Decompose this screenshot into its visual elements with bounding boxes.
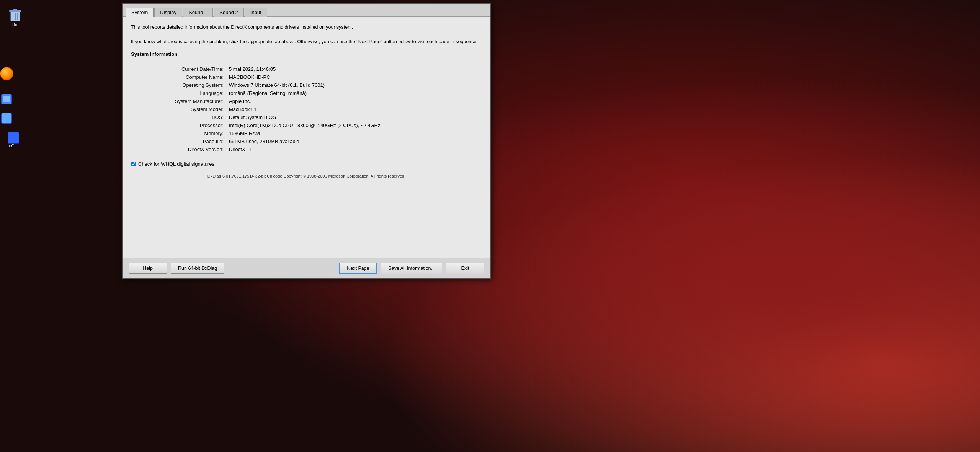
save-all-button[interactable]: Save All Information... bbox=[381, 263, 442, 274]
info-row-8: Memory:1536MB RAM bbox=[142, 129, 490, 137]
info-label-10: DirectX Version: bbox=[142, 145, 227, 153]
tab-display[interactable]: Display bbox=[154, 8, 182, 17]
button-group-left: Help Run 64-bit DxDiag bbox=[129, 263, 224, 274]
info-value-7: Intel(R) Core(TM)2 Duo CPU T8300 @ 2.40G… bbox=[227, 121, 490, 129]
system-info-table: Current Date/Time:5 mai 2022, 11:46:05Co… bbox=[142, 65, 490, 153]
info-value-4: Apple Inc. bbox=[227, 97, 490, 105]
intro-line2: If you know what area is causing the pro… bbox=[131, 38, 482, 46]
info-label-0: Current Date/Time: bbox=[142, 65, 227, 73]
orange-icon bbox=[0, 67, 13, 90]
recycle-bin-label: Bin bbox=[12, 22, 18, 27]
dxdiag-window: System Display Sound 1 Sound 2 Input Thi… bbox=[122, 3, 491, 279]
info-label-3: Language: bbox=[142, 89, 227, 97]
info-row-3: Language:română (Regional Setting: român… bbox=[142, 89, 490, 97]
small-icon-1 bbox=[1, 94, 13, 105]
info-label-6: BIOS: bbox=[142, 113, 227, 121]
svg-rect-2 bbox=[13, 9, 17, 10]
help-button[interactable]: Help bbox=[129, 263, 167, 274]
nc-label: nC... bbox=[9, 144, 18, 148]
info-row-1: Computer Name:MACBOOKHD-PC bbox=[142, 73, 490, 81]
info-value-5: MacBook4,1 bbox=[227, 105, 490, 113]
info-label-7: Processor: bbox=[142, 121, 227, 129]
info-value-3: română (Regional Setting: română) bbox=[227, 89, 490, 97]
info-label-2: Operating System: bbox=[142, 81, 227, 89]
info-value-1: MACBOOKHD-PC bbox=[227, 73, 490, 81]
section-title: System Information bbox=[131, 51, 482, 59]
info-row-2: Operating System:Windows 7 Ultimate 64-b… bbox=[142, 81, 490, 89]
tab-sound1[interactable]: Sound 1 bbox=[183, 8, 213, 17]
whql-label: Check for WHQL digital signatures bbox=[138, 161, 214, 167]
info-value-6: Default System BIOS bbox=[227, 113, 490, 121]
intro-line1: This tool reports detailed information a… bbox=[131, 24, 482, 31]
info-row-9: Page file:691MB used, 2310MB available bbox=[142, 137, 490, 145]
svg-rect-1 bbox=[9, 10, 21, 12]
button-group-right: Next Page Save All Information... Exit bbox=[339, 263, 484, 274]
info-value-10: DirectX 11 bbox=[227, 145, 490, 153]
next-page-button[interactable]: Next Page bbox=[339, 263, 377, 274]
whql-checkbox-area: Check for WHQL digital signatures bbox=[131, 161, 482, 167]
tab-bar: System Display Sound 1 Sound 2 Input bbox=[122, 4, 490, 17]
intro-text: This tool reports detailed information a… bbox=[131, 24, 482, 45]
tab-input[interactable]: Input bbox=[245, 8, 267, 17]
info-row-5: System Model:MacBook4,1 bbox=[142, 105, 490, 113]
info-row-4: System Manufacturer:Apple Inc. bbox=[142, 97, 490, 105]
recycle-bin-image bbox=[8, 8, 23, 22]
info-row-7: Processor:Intel(R) Core(TM)2 Duo CPU T83… bbox=[142, 121, 490, 129]
tab-system[interactable]: System bbox=[126, 8, 154, 17]
exit-button[interactable]: Exit bbox=[446, 263, 484, 274]
info-value-9: 691MB used, 2310MB available bbox=[227, 137, 490, 145]
info-row-10: DirectX Version:DirectX 11 bbox=[142, 145, 490, 153]
info-label-9: Page file: bbox=[142, 137, 227, 145]
tab-sound2[interactable]: Sound 2 bbox=[214, 8, 243, 17]
whql-checkbox[interactable] bbox=[131, 162, 136, 166]
nc-image bbox=[8, 132, 19, 144]
info-row-6: BIOS:Default System BIOS bbox=[142, 113, 490, 121]
info-value-0: 5 mai 2022, 11:46:05 bbox=[227, 65, 490, 73]
info-label-8: Memory: bbox=[142, 129, 227, 137]
recycle-bin-icon[interactable]: Bin bbox=[2, 8, 29, 27]
info-label-5: System Model: bbox=[142, 105, 227, 113]
info-label-1: Computer Name: bbox=[142, 73, 227, 81]
copyright-text: DxDiag 6.01.7601.17514 32-bit Unicode Co… bbox=[131, 174, 482, 178]
button-bar: Help Run 64-bit DxDiag Next Page Save Al… bbox=[122, 258, 490, 278]
nc-icon[interactable]: nC... bbox=[0, 132, 27, 148]
info-value-8: 1536MB RAM bbox=[227, 129, 490, 137]
info-value-2: Windows 7 Ultimate 64-bit (6.1, Build 76… bbox=[227, 81, 490, 89]
content-area: This tool reports detailed information a… bbox=[122, 17, 490, 258]
info-row-0: Current Date/Time:5 mai 2022, 11:46:05 bbox=[142, 65, 490, 73]
run64-button[interactable]: Run 64-bit DxDiag bbox=[171, 263, 224, 274]
info-label-4: System Manufacturer: bbox=[142, 97, 227, 105]
small-icon-2 bbox=[1, 113, 13, 124]
